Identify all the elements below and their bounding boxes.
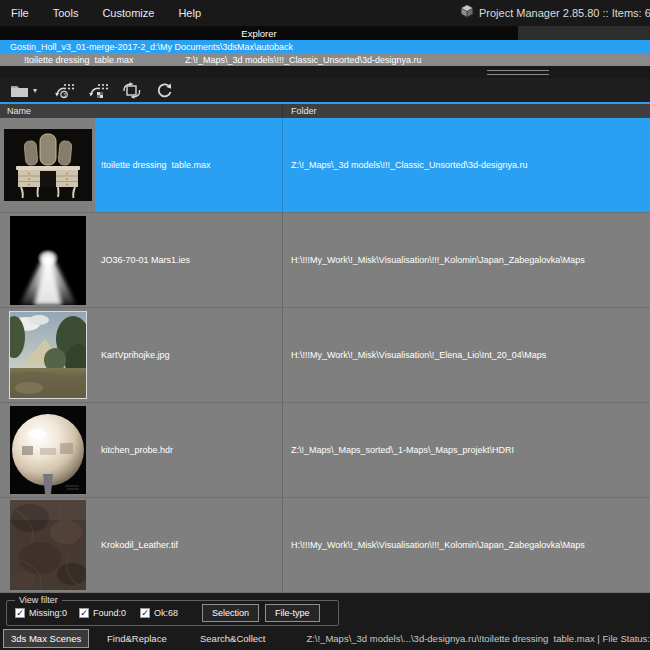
splitter-grip-icon[interactable]: [487, 70, 549, 75]
asset-name: Krokodil_Leather.tif: [95, 498, 282, 592]
bottom-bar: 3ds Max Scenes Find&Replace Search&Colle…: [0, 628, 650, 650]
column-header-name[interactable]: Name: [0, 106, 282, 116]
folder-dropdown-arrow-icon[interactable]: ▾: [33, 86, 37, 95]
assets-grid: Name Folder: [0, 102, 650, 593]
table-row[interactable]: KartVprihojke.jpg H:\!!!My_Work\!_Misk\V…: [0, 308, 650, 403]
relink-missing-icon: 3: [54, 82, 74, 99]
checkbox-ok-label: Ok:68: [154, 608, 178, 618]
checkbox-ok[interactable]: ✓ Ok:68: [140, 608, 196, 618]
update-asset-links-button[interactable]: [119, 80, 145, 100]
scene-name: Gostin_Holl_v3_01-merge-2017-2_recover.m…: [0, 42, 150, 52]
asset-folder: H:\!!!My_Work\!_Misk\Visualisation\!!!_K…: [282, 213, 650, 307]
thumbnail-ies-photometric-light: [0, 213, 95, 307]
checkbox-missing-label: Missing:0: [29, 608, 67, 618]
menu-help[interactable]: Help: [166, 7, 213, 19]
file-type-filter-button[interactable]: File-type: [265, 604, 320, 622]
selection-filter-button[interactable]: Selection: [202, 604, 259, 622]
asset-folder: H:\!!!My_Work\!_Misk\Visualisation\!_Ele…: [282, 308, 650, 402]
asset-folder: Z:\!_Maps\_3d models\!!!_Classic_Unsorte…: [282, 118, 650, 212]
project-manager-window: File Tools Customize Help Project Manage…: [0, 0, 650, 650]
tab-search-collect[interactable]: Search&Collect: [200, 629, 265, 648]
grid-header: Name Folder: [0, 104, 650, 118]
table-row[interactable]: kitchen_probe.hdr Z:\!_Maps\_Maps_sorted…: [0, 403, 650, 498]
tab-find-replace[interactable]: Find&Replace: [107, 629, 167, 648]
scene-history-list: Gostin_Holl_v3_01-merge-2017-2_recover.m…: [0, 40, 650, 66]
toolbar: ▾ 3: [0, 78, 650, 102]
thumbnail-landscape-painting: [0, 308, 95, 402]
view-filter-groupbox: View filter ✓ Missing:0 ✓ Found:0 ✓ Ok:6…: [6, 600, 339, 626]
refresh-button[interactable]: [153, 80, 176, 100]
scene-name: !toilette dressing table.max: [0, 55, 185, 65]
folder-icon: [10, 83, 29, 98]
checkbox-check-icon: ✓: [79, 608, 89, 618]
asset-name: !toilette dressing table.max: [95, 118, 282, 212]
thumbnail-dressing-table-model: [0, 118, 95, 212]
view-filter-zone: View filter ✓ Missing:0 ✓ Found:0 ✓ Ok:6…: [0, 593, 650, 628]
scene-path: Z:\!_Maps\_3d models\!!!_Classic_Unsorte…: [185, 55, 650, 65]
menu-file[interactable]: File: [0, 7, 41, 19]
asset-folder: Z:\!_Maps\_Maps_sorted\_1-Maps\_Maps_pro…: [282, 403, 650, 497]
asset-name: JO36-70-01 Mars1.ies: [95, 213, 282, 307]
checkbox-missing[interactable]: ✓ Missing:0: [15, 608, 79, 618]
status-bar-text: Z:\!_Maps\_3d models\...\3d-designya.ru\…: [306, 633, 650, 644]
menu-customize[interactable]: Customize: [90, 7, 166, 19]
scene-history-row[interactable]: Gostin_Holl_v3_01-merge-2017-2_recover.m…: [0, 40, 650, 53]
table-row[interactable]: !toilette dressing table.max Z:\!_Maps\_…: [0, 118, 650, 213]
view-filter-label: View filter: [15, 595, 62, 606]
checkbox-check-icon: ✓: [140, 608, 150, 618]
asset-folder: H:\!!!My_Work\!_Misk\Visualisation\!!!_K…: [282, 498, 650, 592]
checkbox-check-icon: ✓: [15, 608, 25, 618]
app-title: Project Manager 2.85.80 :: Items: 68 :: …: [479, 7, 650, 19]
table-row[interactable]: Krokodil_Leather.tif H:\!!!My_Work\!_Mis…: [0, 498, 650, 593]
thumbnail-leather-texture: [0, 498, 95, 592]
scene-path: d:\My Documents\3dsMax\autoback: [150, 42, 650, 52]
refresh-icon: [156, 82, 173, 99]
asset-name: kitchen_probe.hdr: [95, 403, 282, 497]
tab-explorer[interactable]: Explorer: [0, 26, 518, 40]
table-row[interactable]: JO36-70-01 Mars1.ies H:\!!!My_Work\!_Mis…: [0, 213, 650, 308]
project-manager-logo-icon: [460, 4, 474, 22]
relink-all-files-button[interactable]: [85, 80, 111, 100]
tab-3ds-max-scenes[interactable]: 3ds Max Scenes: [3, 629, 89, 648]
scene-history-row[interactable]: !toilette dressing table.max Z:\!_Maps\_…: [0, 53, 650, 66]
panel-splitter[interactable]: [0, 66, 650, 78]
column-header-folder[interactable]: Folder: [282, 106, 650, 116]
app-title-area: Project Manager 2.85.80 :: Items: 68 :: …: [460, 0, 650, 26]
svg-text:3: 3: [63, 91, 66, 97]
thumbnail-hdr-light-probe: [0, 403, 95, 497]
asset-name: KartVprihojke.jpg: [95, 308, 282, 402]
update-links-icon: [122, 82, 142, 99]
open-scene-folder-button[interactable]: [7, 80, 32, 100]
relink-missing-files-button[interactable]: 3: [51, 80, 77, 100]
relink-all-icon: [88, 82, 108, 99]
top-tab-strip: Explorer: [0, 26, 650, 40]
checkbox-found[interactable]: ✓ Found:0: [79, 608, 140, 618]
checkbox-found-label: Found:0: [93, 608, 126, 618]
menu-tools[interactable]: Tools: [41, 7, 91, 19]
